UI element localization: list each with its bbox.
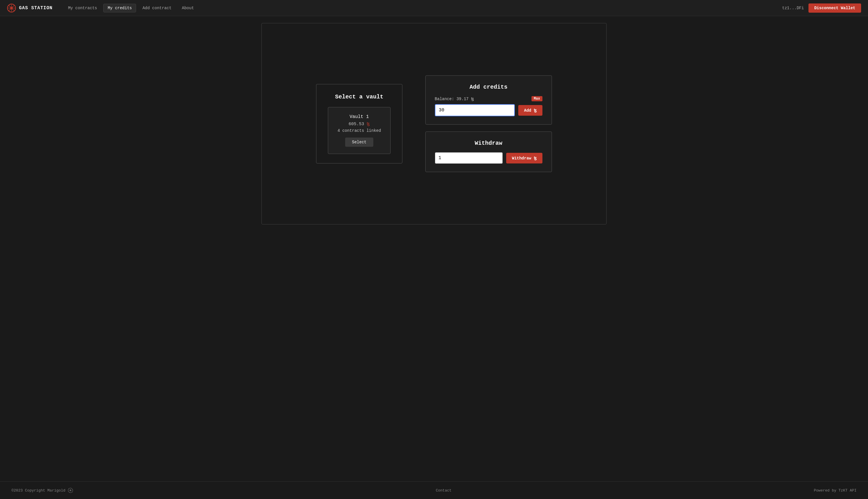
select-vault-button[interactable]: Select	[345, 137, 373, 147]
add-credits-input[interactable]	[435, 104, 515, 116]
logo-text: GAS STATION	[19, 5, 53, 11]
add-credits-title: Add credits	[435, 84, 542, 90]
nav-add-contract[interactable]: Add contract	[138, 4, 175, 12]
svg-point-1	[10, 7, 13, 10]
vault-section-title: Select a vault	[328, 94, 390, 100]
footer-contact[interactable]: Contact	[436, 488, 452, 493]
nav-my-contracts[interactable]: My contracts	[64, 4, 101, 12]
logo-icon	[7, 3, 16, 13]
vault-contracts: 4 contracts linked	[337, 128, 381, 133]
withdraw-button[interactable]: Withdraw ꜩ	[506, 153, 542, 163]
vault-card: Vault 1 605.53 ꜩ 4 contracts linked Sele…	[328, 107, 390, 154]
max-badge[interactable]: Max	[531, 96, 542, 101]
marigold-icon	[67, 487, 73, 493]
vault-tez-symbol: ꜩ	[367, 122, 370, 126]
vault-balance: 605.53 ꜩ	[337, 121, 381, 126]
add-credits-panel: Add credits Balance: 39.17 ꜩ Max Add ꜩ	[425, 75, 552, 125]
add-credits-button[interactable]: Add ꜩ	[518, 105, 542, 116]
withdraw-panel: Withdraw Withdraw ꜩ	[425, 132, 552, 172]
vault-name: Vault 1	[337, 114, 381, 119]
disconnect-wallet-button[interactable]: Disconnect Wallet	[808, 3, 861, 13]
withdraw-input-row: Withdraw ꜩ	[435, 152, 542, 164]
header-right: tz1...DFi Disconnect Wallet	[782, 3, 861, 13]
wallet-address: tz1...DFi	[782, 6, 804, 10]
vault-outer-box: Select a vault Vault 1 605.53 ꜩ 4 contra…	[316, 84, 402, 163]
footer-copyright: ©2023 Copyright Marigold	[12, 487, 73, 493]
main-nav: My contracts My credits Add contract Abo…	[64, 4, 782, 12]
balance-label: Balance: 39.17 ꜩ	[435, 96, 474, 101]
add-credits-input-row: Add ꜩ	[435, 104, 542, 116]
vault-section: Select a vault Vault 1 605.53 ꜩ 4 contra…	[316, 84, 402, 163]
footer: ©2023 Copyright Marigold Contact Powered…	[0, 482, 868, 499]
footer-powered: Powered by TzKT API	[814, 488, 856, 493]
main-container: Select a vault Vault 1 605.53 ꜩ 4 contra…	[262, 23, 606, 224]
withdraw-title: Withdraw	[435, 140, 542, 146]
nav-my-credits[interactable]: My credits	[103, 4, 136, 12]
nav-about[interactable]: About	[178, 4, 198, 12]
credits-section: Add credits Balance: 39.17 ꜩ Max Add ꜩ W…	[425, 75, 552, 172]
svg-point-3	[70, 489, 71, 491]
balance-row: Balance: 39.17 ꜩ Max	[435, 96, 542, 101]
withdraw-input[interactable]	[435, 152, 503, 164]
logo: GAS STATION	[7, 3, 53, 13]
